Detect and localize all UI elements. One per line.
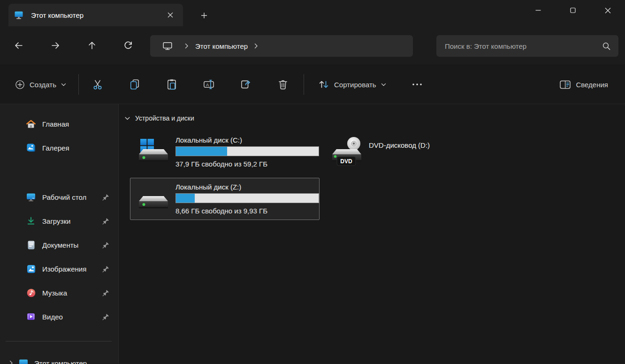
drive-free-space: 8,66 ГБ свободно из 9,93 ГБ — [175, 207, 319, 215]
chevron-right-icon — [185, 43, 189, 49]
sidebar-item-label: Документы — [42, 241, 78, 249]
this-pc-icon — [18, 358, 29, 364]
sort-label: Сортировать — [334, 81, 376, 89]
tree-expand-chevron-icon[interactable] — [9, 360, 13, 364]
close-button[interactable] — [590, 0, 625, 21]
capacity-bar — [175, 146, 319, 156]
pictures-icon — [26, 264, 36, 274]
chevron-right-icon[interactable] — [254, 43, 258, 49]
back-button[interactable] — [9, 36, 28, 55]
drive-name: Локальный диск (C:) — [175, 136, 319, 144]
content-area: Главная Галерея — [0, 104, 625, 364]
file-explorer-window: Этот компьютер — [0, 0, 625, 364]
video-icon — [26, 311, 36, 322]
plus-circle-icon — [15, 80, 25, 90]
minimize-button[interactable] — [521, 0, 556, 21]
search-input[interactable] — [445, 42, 602, 50]
toolbar-separator — [304, 74, 304, 95]
forward-button[interactable] — [46, 36, 65, 55]
create-label: Создать — [30, 81, 56, 89]
svg-text:A: A — [206, 83, 209, 87]
sidebar-item-label: Музыка — [42, 289, 67, 297]
drive-grid: Локальный диск (C:) 37,9 ГБ свободно из … — [130, 131, 513, 220]
drive-info: Локальный диск (C:) 37,9 ГБ свободно из … — [175, 136, 319, 168]
navigation-pane: Главная Галерея — [0, 104, 119, 364]
cut-button[interactable] — [85, 73, 110, 96]
sort-button[interactable]: Сортировать — [313, 73, 391, 96]
capacity-bar-fill — [176, 194, 195, 203]
sidebar-spacer — [0, 160, 118, 186]
search-box[interactable] — [436, 35, 618, 57]
desktop-icon — [26, 192, 36, 202]
maximize-button[interactable] — [556, 0, 590, 21]
sidebar-separator — [6, 341, 112, 341]
sidebar-item-label: Видео — [42, 313, 63, 321]
up-button[interactable] — [83, 36, 101, 55]
command-bar: Создать — [0, 65, 625, 104]
drive-name: DVD-дисковод (D:) — [369, 141, 430, 149]
home-icon — [26, 119, 36, 129]
downloads-icon — [26, 216, 36, 226]
pin-icon[interactable] — [102, 218, 109, 225]
capacity-bar — [175, 193, 319, 203]
copy-button[interactable] — [122, 73, 147, 96]
dvd-drive-icon: DVD — [329, 137, 365, 167]
sidebar-item-videos[interactable]: Видео — [5, 305, 114, 328]
documents-icon — [26, 240, 36, 250]
sidebar-item-desktop[interactable]: Рабочий стол — [5, 186, 114, 208]
refresh-button[interactable] — [119, 36, 137, 55]
sidebar-item-label: Изображения — [42, 265, 86, 273]
drive-name: Локальный диск (Z:) — [175, 183, 319, 191]
pin-icon[interactable] — [102, 289, 109, 296]
sidebar-item-music[interactable]: Музыка — [5, 281, 114, 304]
sidebar-item-pictures[interactable]: Изображения — [5, 258, 114, 280]
details-pane-button[interactable]: Сведения — [555, 73, 613, 96]
window-controls — [521, 0, 625, 21]
more-options-button[interactable] — [405, 73, 429, 96]
tab-close-icon[interactable] — [164, 9, 176, 21]
pin-icon[interactable] — [102, 313, 109, 320]
system-disk-icon — [136, 137, 171, 167]
drive-info: Локальный диск (Z:) 8,66 ГБ свободно из … — [175, 183, 319, 215]
tab-title: Этот компьютер — [31, 11, 164, 19]
drive-item-dvd[interactable]: DVD DVD-дисковод (D:) — [323, 131, 513, 173]
paste-button[interactable] — [160, 73, 184, 96]
titlebar: Этот компьютер — [0, 0, 625, 26]
toolbar-separator — [78, 74, 79, 95]
search-icon[interactable] — [602, 42, 611, 51]
chevron-down-icon — [61, 83, 66, 86]
share-button[interactable] — [234, 73, 258, 96]
sidebar-item-label: Рабочий стол — [42, 193, 86, 201]
sidebar-item-label: Главная — [42, 120, 69, 128]
pin-icon[interactable] — [102, 194, 109, 201]
file-list-pane: Устройства и диски — [119, 104, 625, 364]
section-title: Устройства и диски — [135, 114, 194, 122]
devices-section-header[interactable]: Устройства и диски — [125, 114, 194, 122]
sidebar-item-gallery[interactable]: Галерея — [5, 136, 114, 159]
chevron-down-icon[interactable] — [125, 117, 130, 120]
delete-button[interactable] — [271, 73, 295, 96]
create-button[interactable]: Создать — [10, 73, 71, 96]
tab-this-pc[interactable]: Этот компьютер — [8, 4, 183, 26]
pin-icon[interactable] — [102, 242, 109, 249]
gallery-icon — [26, 143, 36, 153]
music-icon — [26, 288, 36, 298]
sidebar-item-documents[interactable]: Документы — [5, 234, 114, 256]
sidebar-item-downloads[interactable]: Загрузки — [5, 210, 114, 232]
sidebar-item-this-pc[interactable]: Этот компьютер — [5, 352, 114, 364]
details-label: Сведения — [576, 81, 608, 89]
capacity-bar-fill — [176, 147, 227, 156]
address-bar[interactable]: Этот компьютер — [150, 35, 413, 57]
drive-item-z[interactable]: Локальный диск (Z:) 8,66 ГБ свободно из … — [130, 178, 320, 220]
drive-item-c[interactable]: Локальный диск (C:) 37,9 ГБ свободно из … — [130, 131, 320, 173]
navigation-bar: Этот компьютер — [0, 26, 625, 65]
sidebar-item-home[interactable]: Главная — [5, 113, 114, 135]
local-disk-icon — [136, 184, 171, 214]
new-tab-button[interactable] — [197, 9, 211, 22]
breadcrumb-this-pc[interactable]: Этот компьютер — [195, 42, 248, 50]
rename-button[interactable]: A — [197, 73, 221, 96]
chevron-down-icon — [381, 83, 386, 86]
pin-icon[interactable] — [102, 265, 109, 273]
sidebar-item-label: Этот компьютер — [34, 359, 87, 364]
sidebar-item-label: Галерея — [42, 144, 69, 152]
